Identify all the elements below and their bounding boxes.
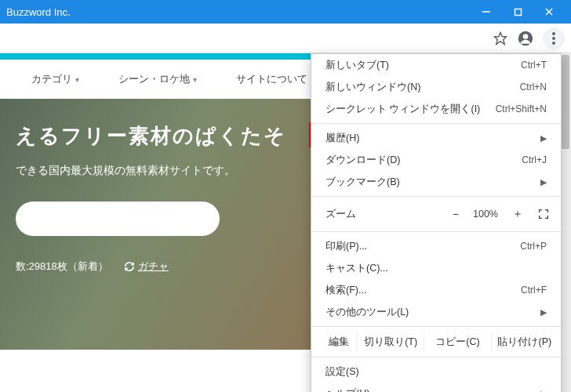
minimize-button[interactable] xyxy=(471,0,502,24)
menu-separator xyxy=(311,231,561,232)
edit-label: 編集 xyxy=(315,336,357,349)
menu-print[interactable]: 印刷(P)...Ctrl+P xyxy=(311,235,561,257)
close-button[interactable] xyxy=(533,0,565,24)
refresh-icon xyxy=(124,261,135,272)
fullscreen-button[interactable] xyxy=(537,208,550,220)
menu-zoom: ズーム − 100% ＋ xyxy=(311,200,561,228)
menu-label: ヘルプ(H) xyxy=(326,387,369,393)
svg-rect-1 xyxy=(515,9,521,15)
menu-find[interactable]: 検索(F)...Ctrl+F xyxy=(311,279,561,301)
zoom-label: ズーム xyxy=(326,208,356,221)
maximize-button[interactable] xyxy=(502,0,533,24)
menu-label: ダウンロード(D) xyxy=(326,154,400,167)
zoom-in-button[interactable]: ＋ xyxy=(512,207,523,221)
nav-label: シーン・ロケ地 xyxy=(118,72,190,86)
menu-incognito[interactable]: シークレット ウィンドウを開く(I)Ctrl+Shift+N xyxy=(311,98,561,120)
browser-menu: 新しいタブ(T)Ctrl+T 新しいウィンドウ(N)Ctrl+N シークレット … xyxy=(311,53,562,392)
zoom-out-button[interactable]: − xyxy=(453,208,459,220)
menu-new-window[interactable]: 新しいウィンドウ(N)Ctrl+N xyxy=(311,76,561,98)
menu-label: 新しいウィンドウ(N) xyxy=(326,81,420,94)
menu-label: 印刷(P)... xyxy=(326,240,367,253)
edit-cut[interactable]: 切り取り(T) xyxy=(357,332,424,352)
menu-more-tools[interactable]: その他のツール(L)▶ xyxy=(311,301,561,323)
submenu-arrow-icon: ▶ xyxy=(540,307,547,318)
menu-shortcut: Ctrl+F xyxy=(521,285,547,296)
chevron-down-icon: ▾ xyxy=(75,75,79,84)
nav-scene[interactable]: シーン・ロケ地▾ xyxy=(118,72,197,86)
menu-label: キャスト(C)... xyxy=(326,262,388,275)
gacha-label: ガチャ xyxy=(138,260,169,274)
submenu-arrow-icon: ▶ xyxy=(540,177,547,187)
menu-label: 検索(F)... xyxy=(326,284,366,297)
menu-separator xyxy=(311,196,561,197)
menu-label: 新しいタブ(T) xyxy=(326,59,389,72)
menu-label: その他のツール(L) xyxy=(326,306,409,319)
menu-shortcut: Ctrl+Shift+N xyxy=(496,103,547,114)
svg-point-9 xyxy=(552,42,555,45)
submenu-arrow-icon: ▶ xyxy=(540,389,547,393)
window-titlebar: Buzzword Inc. xyxy=(0,0,571,24)
menu-separator xyxy=(311,357,561,358)
count-label: 数:29818枚（新着） xyxy=(16,260,108,274)
menu-bookmarks[interactable]: ブックマーク(B)▶ xyxy=(311,171,561,193)
menu-cast[interactable]: キャスト(C)... xyxy=(311,257,561,279)
star-icon[interactable] xyxy=(493,31,508,46)
menu-shortcut: Ctrl+P xyxy=(520,241,547,252)
menu-help[interactable]: ヘルプ(H)▶ xyxy=(311,383,561,392)
chevron-down-icon: ▾ xyxy=(193,75,197,84)
menu-shortcut: Ctrl+N xyxy=(520,82,547,93)
svg-point-6 xyxy=(523,34,529,39)
menu-shortcut: Ctrl+J xyxy=(522,154,547,165)
browser-toolbar xyxy=(0,24,571,53)
vertical-scrollbar[interactable] xyxy=(560,53,571,392)
menu-label: 履歴(H) xyxy=(326,132,359,145)
submenu-arrow-icon: ▶ xyxy=(540,133,547,143)
svg-point-7 xyxy=(552,32,555,35)
search-pill[interactable] xyxy=(16,201,220,236)
menu-edit-row: 編集 切り取り(T) コピー(C) 貼り付け(P) xyxy=(311,330,561,354)
more-button[interactable] xyxy=(543,27,565,49)
gacha-button[interactable]: ガチャ xyxy=(124,260,169,274)
nav-label: サイトについて xyxy=(236,72,307,86)
menu-downloads[interactable]: ダウンロード(D)Ctrl+J xyxy=(311,149,561,171)
window-title: Buzzword Inc. xyxy=(6,6,471,18)
nav-category[interactable]: カテゴリ▾ xyxy=(31,72,79,86)
nav-label: カテゴリ xyxy=(31,72,72,86)
menu-label: ブックマーク(B) xyxy=(326,176,400,189)
nav-about[interactable]: サイトについて▾ xyxy=(236,72,315,86)
menu-history[interactable]: 履歴(H)▶ xyxy=(311,127,561,149)
menu-separator xyxy=(311,326,561,327)
menu-label: 設定(S) xyxy=(326,365,359,379)
menu-new-tab[interactable]: 新しいタブ(T)Ctrl+T xyxy=(311,54,561,76)
menu-separator xyxy=(311,123,561,124)
menu-label: シークレット ウィンドウを開く(I) xyxy=(326,103,480,116)
edit-copy[interactable]: コピー(C) xyxy=(424,332,490,352)
svg-point-8 xyxy=(552,37,555,40)
scrollbar-thumb[interactable] xyxy=(562,55,569,149)
window-controls xyxy=(471,0,565,24)
menu-settings[interactable]: 設定(S) xyxy=(311,361,561,383)
menu-shortcut: Ctrl+T xyxy=(521,60,547,71)
profile-icon[interactable] xyxy=(518,31,533,46)
svg-marker-4 xyxy=(495,32,507,44)
edit-paste[interactable]: 貼り付け(P) xyxy=(491,332,558,352)
zoom-percent: 100% xyxy=(473,209,498,220)
